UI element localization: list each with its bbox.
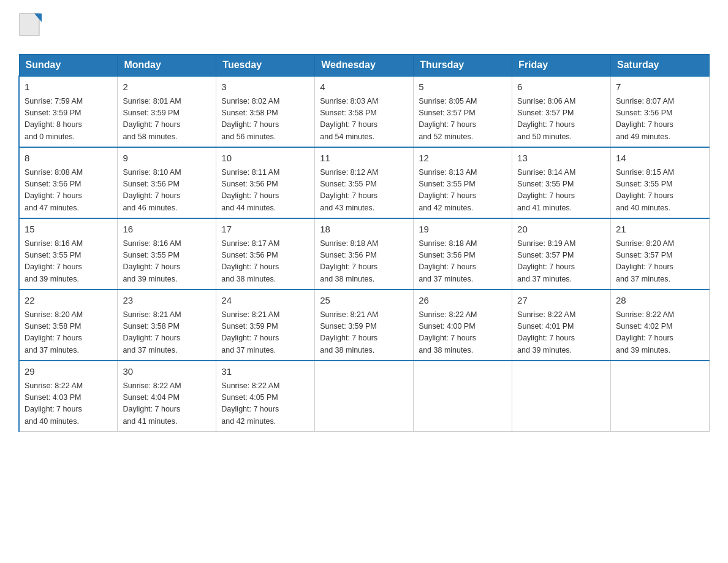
column-header-saturday: Saturday (611, 55, 710, 77)
day-number: 31 (221, 365, 309, 379)
day-number: 9 (123, 151, 211, 166)
day-info: Sunrise: 8:21 AM Sunset: 3:59 PM Dayligh… (320, 309, 408, 357)
column-header-tuesday: Tuesday (216, 55, 315, 77)
day-number: 4 (320, 80, 408, 94)
column-header-friday: Friday (512, 55, 611, 77)
day-info: Sunrise: 8:22 AM Sunset: 4:00 PM Dayligh… (419, 309, 507, 357)
day-info: Sunrise: 8:01 AM Sunset: 3:59 PM Dayligh… (123, 96, 211, 144)
day-number: 16 (123, 223, 211, 237)
day-info: Sunrise: 8:18 AM Sunset: 3:56 PM Dayligh… (320, 238, 408, 286)
column-header-wednesday: Wednesday (315, 55, 414, 77)
day-info: Sunrise: 8:22 AM Sunset: 4:02 PM Dayligh… (616, 309, 704, 357)
day-number: 1 (25, 80, 112, 94)
day-info: Sunrise: 8:19 AM Sunset: 3:57 PM Dayligh… (517, 238, 605, 286)
day-info: Sunrise: 8:10 AM Sunset: 3:56 PM Dayligh… (123, 167, 211, 215)
day-info: Sunrise: 8:22 AM Sunset: 4:05 PM Dayligh… (221, 380, 309, 428)
day-number: 22 (25, 294, 112, 308)
calendar-cell: 10 Sunrise: 8:11 AM Sunset: 3:56 PM Dayl… (216, 147, 315, 218)
calendar-cell: 31 Sunrise: 8:22 AM Sunset: 4:05 PM Dayl… (216, 361, 315, 432)
calendar-cell (414, 361, 512, 432)
day-number: 3 (221, 80, 309, 94)
day-info: Sunrise: 8:20 AM Sunset: 3:57 PM Dayligh… (616, 238, 704, 286)
day-info: Sunrise: 8:14 AM Sunset: 3:55 PM Dayligh… (517, 167, 605, 215)
day-number: 20 (517, 223, 605, 237)
calendar-cell: 21 Sunrise: 8:20 AM Sunset: 3:57 PM Dayl… (611, 218, 710, 289)
calendar-week-row: 8 Sunrise: 8:08 AM Sunset: 3:56 PM Dayli… (19, 147, 710, 218)
column-header-thursday: Thursday (414, 55, 512, 77)
calendar-week-row: 1 Sunrise: 7:59 AM Sunset: 3:59 PM Dayli… (19, 76, 710, 147)
day-number: 10 (221, 151, 309, 166)
day-info: Sunrise: 8:02 AM Sunset: 3:58 PM Dayligh… (221, 96, 309, 144)
calendar-cell: 26 Sunrise: 8:22 AM Sunset: 4:00 PM Dayl… (414, 289, 512, 361)
calendar-cell: 2 Sunrise: 8:01 AM Sunset: 3:59 PM Dayli… (118, 76, 216, 147)
calendar-cell: 19 Sunrise: 8:18 AM Sunset: 3:56 PM Dayl… (414, 218, 512, 289)
calendar-cell: 24 Sunrise: 8:21 AM Sunset: 3:59 PM Dayl… (216, 289, 315, 361)
day-number: 30 (123, 365, 211, 379)
calendar-cell: 13 Sunrise: 8:14 AM Sunset: 3:55 PM Dayl… (512, 147, 611, 218)
column-header-sunday: Sunday (19, 55, 118, 77)
day-info: Sunrise: 8:21 AM Sunset: 3:59 PM Dayligh… (221, 309, 309, 357)
logo (18, 12, 44, 42)
calendar-cell (611, 361, 710, 432)
calendar-cell (512, 361, 611, 432)
calendar-cell: 16 Sunrise: 8:16 AM Sunset: 3:55 PM Dayl… (118, 218, 216, 289)
calendar-cell: 4 Sunrise: 8:03 AM Sunset: 3:58 PM Dayli… (315, 76, 414, 147)
calendar-cell: 3 Sunrise: 8:02 AM Sunset: 3:58 PM Dayli… (216, 76, 315, 147)
day-number: 15 (25, 223, 112, 237)
day-info: Sunrise: 8:05 AM Sunset: 3:57 PM Dayligh… (419, 96, 507, 144)
calendar-cell: 12 Sunrise: 8:13 AM Sunset: 3:55 PM Dayl… (414, 147, 512, 218)
calendar-cell: 28 Sunrise: 8:22 AM Sunset: 4:02 PM Dayl… (611, 289, 710, 361)
day-info: Sunrise: 8:12 AM Sunset: 3:55 PM Dayligh… (320, 167, 408, 215)
day-info: Sunrise: 8:07 AM Sunset: 3:56 PM Dayligh… (616, 96, 704, 144)
day-number: 7 (616, 80, 704, 94)
calendar-cell: 9 Sunrise: 8:10 AM Sunset: 3:56 PM Dayli… (118, 147, 216, 218)
calendar-cell: 18 Sunrise: 8:18 AM Sunset: 3:56 PM Dayl… (315, 218, 414, 289)
day-number: 14 (616, 151, 704, 166)
calendar-cell: 20 Sunrise: 8:19 AM Sunset: 3:57 PM Dayl… (512, 218, 611, 289)
day-number: 24 (221, 294, 309, 308)
day-number: 12 (419, 151, 507, 166)
calendar-cell: 25 Sunrise: 8:21 AM Sunset: 3:59 PM Dayl… (315, 289, 414, 361)
svg-rect-0 (20, 13, 39, 36)
calendar-cell: 8 Sunrise: 8:08 AM Sunset: 3:56 PM Dayli… (19, 147, 118, 218)
calendar-cell: 11 Sunrise: 8:12 AM Sunset: 3:55 PM Dayl… (315, 147, 414, 218)
calendar-cell (315, 361, 414, 432)
day-info: Sunrise: 8:13 AM Sunset: 3:55 PM Dayligh… (419, 167, 507, 215)
calendar-cell: 30 Sunrise: 8:22 AM Sunset: 4:04 PM Dayl… (118, 361, 216, 432)
day-number: 21 (616, 223, 704, 237)
calendar-cell: 22 Sunrise: 8:20 AM Sunset: 3:58 PM Dayl… (19, 289, 118, 361)
calendar-cell: 5 Sunrise: 8:05 AM Sunset: 3:57 PM Dayli… (414, 76, 512, 147)
day-number: 13 (517, 151, 605, 166)
calendar-cell: 17 Sunrise: 8:17 AM Sunset: 3:56 PM Dayl… (216, 218, 315, 289)
calendar-cell: 6 Sunrise: 8:06 AM Sunset: 3:57 PM Dayli… (512, 76, 611, 147)
day-info: Sunrise: 8:21 AM Sunset: 3:58 PM Dayligh… (123, 309, 211, 357)
day-info: Sunrise: 8:15 AM Sunset: 3:55 PM Dayligh… (616, 167, 704, 215)
day-info: Sunrise: 8:16 AM Sunset: 3:55 PM Dayligh… (25, 238, 112, 286)
day-info: Sunrise: 8:16 AM Sunset: 3:55 PM Dayligh… (123, 238, 211, 286)
day-info: Sunrise: 8:18 AM Sunset: 3:56 PM Dayligh… (419, 238, 507, 286)
day-number: 5 (419, 80, 507, 94)
day-number: 11 (320, 151, 408, 166)
day-info: Sunrise: 8:06 AM Sunset: 3:57 PM Dayligh… (517, 96, 605, 144)
day-info: Sunrise: 8:20 AM Sunset: 3:58 PM Dayligh… (25, 309, 112, 357)
day-number: 29 (25, 365, 112, 379)
day-number: 27 (517, 294, 605, 308)
day-number: 18 (320, 223, 408, 237)
day-number: 8 (25, 151, 112, 166)
logo-icon (18, 12, 44, 42)
calendar-header-row: SundayMondayTuesdayWednesdayThursdayFrid… (19, 55, 710, 77)
day-info: Sunrise: 8:22 AM Sunset: 4:01 PM Dayligh… (517, 309, 605, 357)
day-number: 23 (123, 294, 211, 308)
calendar-week-row: 29 Sunrise: 8:22 AM Sunset: 4:03 PM Dayl… (19, 361, 710, 432)
day-info: Sunrise: 8:03 AM Sunset: 3:58 PM Dayligh… (320, 96, 408, 144)
day-info: Sunrise: 8:22 AM Sunset: 4:04 PM Dayligh… (123, 380, 211, 428)
day-number: 17 (221, 223, 309, 237)
page-header (18, 12, 710, 42)
calendar-cell: 23 Sunrise: 8:21 AM Sunset: 3:58 PM Dayl… (118, 289, 216, 361)
column-header-monday: Monday (118, 55, 216, 77)
calendar-cell: 7 Sunrise: 8:07 AM Sunset: 3:56 PM Dayli… (611, 76, 710, 147)
day-info: Sunrise: 8:08 AM Sunset: 3:56 PM Dayligh… (25, 167, 112, 215)
day-info: Sunrise: 7:59 AM Sunset: 3:59 PM Dayligh… (25, 96, 112, 144)
day-info: Sunrise: 8:11 AM Sunset: 3:56 PM Dayligh… (221, 167, 309, 215)
day-info: Sunrise: 8:22 AM Sunset: 4:03 PM Dayligh… (25, 380, 112, 428)
